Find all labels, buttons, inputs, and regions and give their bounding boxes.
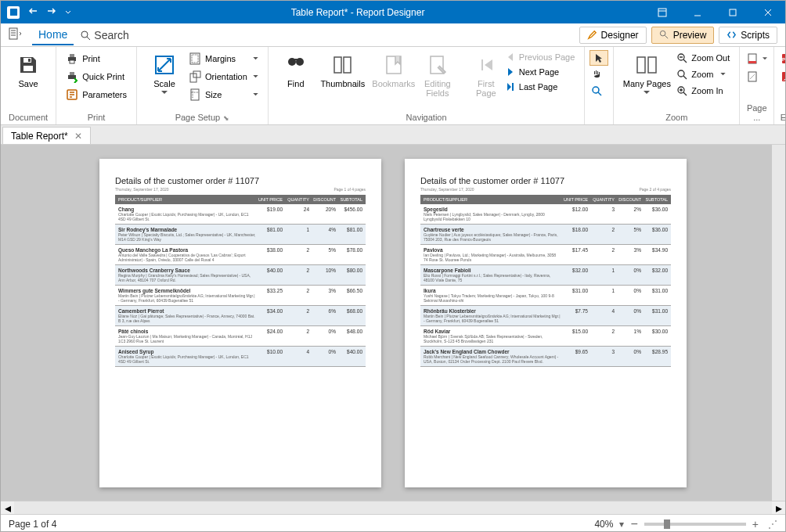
svg-rect-3 — [9, 28, 17, 39]
scroll-right-icon[interactable]: ▸ — [772, 501, 785, 515]
dropdown-icon[interactable] — [65, 7, 71, 18]
table-row: ChangCharlotte Cooper | Exotic Liquids; … — [115, 204, 366, 225]
zoom-out-button[interactable]: Zoom Out — [675, 50, 731, 66]
table-row: IkuraYoshi Nagase | Tokyo Traders; Marke… — [420, 286, 671, 306]
group-zoom: Many Pages Zoom Out Zoom Zoom In Zoom — [614, 47, 740, 124]
report-page-2: Details of the customer order # 11077 Th… — [405, 159, 687, 487]
hand-tool[interactable] — [590, 66, 608, 82]
thumbnails-button[interactable]: Thumbnails — [319, 50, 367, 88]
watermark-button[interactable] — [745, 68, 769, 85]
minimize-button[interactable] — [680, 1, 715, 23]
table-row: Chartreuse verteGuylène Nodier | Aux joy… — [420, 225, 671, 245]
page-color-button[interactable] — [745, 50, 769, 67]
app-menu-button[interactable] — [9, 27, 23, 43]
size-button[interactable]: Size — [187, 86, 260, 103]
table-row: Aniseed SyrupCharlotte Cooper | Exotic L… — [115, 347, 366, 367]
margins-button[interactable]: Margins — [187, 50, 260, 67]
parameters-button[interactable]: Parameters — [64, 86, 128, 103]
pointer-tool[interactable] — [590, 50, 608, 66]
preview-workspace[interactable]: Details of the customer order # 11077 Th… — [1, 145, 785, 501]
view-scripts-button[interactable]: Scripts — [719, 27, 777, 44]
table-row: Northwoods Cranberry SauceRegina Murphy … — [115, 265, 366, 286]
zoom-minus-button[interactable]: − — [630, 517, 637, 531]
ribbon-toggle-icon[interactable] — [644, 1, 680, 23]
view-preview-button[interactable]: Preview — [651, 27, 715, 44]
svg-rect-8 — [28, 59, 31, 62]
orientation-button[interactable]: Orientation — [187, 68, 260, 85]
zoom-plus-button[interactable]: + — [752, 518, 759, 530]
svg-rect-23 — [334, 57, 341, 73]
svg-point-27 — [593, 87, 599, 93]
table-row: Mascarpone FabioliElio Rossi | Formaggi … — [420, 265, 671, 286]
table-row: Camembert PierrotEliane Noz | Gai pâtura… — [115, 306, 366, 326]
svg-point-5 — [660, 31, 665, 36]
magnifier-tool[interactable] — [590, 83, 608, 99]
svg-rect-17 — [192, 55, 198, 63]
titlebar: Table Report* - Report Designer — [1, 1, 785, 23]
report-page-1: Details of the customer order # 11077 Th… — [99, 159, 381, 487]
maximize-button[interactable] — [715, 1, 750, 23]
first-page-button: First Page — [471, 50, 501, 98]
svg-point-4 — [81, 31, 88, 38]
zoom-slider[interactable] — [644, 523, 746, 526]
svg-rect-28 — [637, 57, 645, 73]
svg-rect-1 — [658, 9, 666, 16]
close-button[interactable] — [750, 1, 785, 23]
tab-home[interactable]: Home — [32, 25, 74, 45]
table-row: Queso Manchego La PastoraAntonio del Val… — [115, 245, 366, 265]
many-pages-button[interactable]: Many Pages — [622, 50, 672, 95]
bookmarks-button: Bookmarks — [370, 50, 417, 88]
zoom-percent: 40% — [594, 519, 613, 530]
table-row: SpegesildNiels Petersen | Lyngbysild; Sa… — [420, 204, 671, 225]
page-setup-launcher[interactable]: ⬊ — [223, 114, 229, 122]
group-mouse — [585, 47, 614, 124]
back-icon[interactable] — [27, 5, 38, 19]
svg-rect-2 — [730, 9, 736, 16]
close-tab-icon[interactable]: ✕ — [74, 131, 82, 142]
group-document: Save Document — [1, 47, 56, 124]
group-print: Print Quick Print Parameters Print — [56, 47, 137, 124]
svg-rect-24 — [344, 57, 351, 73]
group-page: Page ... — [740, 47, 774, 124]
print-button[interactable]: Print — [64, 50, 128, 67]
find-button[interactable]: Find — [276, 50, 315, 88]
table-row: PavlovaIan Devling | Pavlova, Ltd.; Mark… — [420, 245, 671, 265]
ribbon-tabs: Home Search Designer Preview Scripts — [1, 23, 785, 47]
table-row: Jack's New England Clam ChowderRobb Merc… — [420, 347, 671, 367]
table-row: Wimmers gute SemmelknödelMartin Bein | P… — [115, 286, 366, 306]
svg-point-31 — [678, 70, 684, 77]
export-pdf-button[interactable]: PDF — [779, 50, 786, 67]
tab-search[interactable]: Search — [74, 26, 135, 45]
page-indicator: Page 1 of 4 — [9, 519, 56, 530]
group-page-setup: Scale Margins Orientation Size Page Setu… — [137, 47, 269, 124]
statusbar: Page 1 of 4 40% ▾ − + ⋰ — [1, 514, 785, 532]
ribbon: Save Document Print Quick Print Paramete… — [1, 47, 785, 125]
last-page-button[interactable]: Last Page — [504, 80, 577, 94]
send-pdf-button[interactable] — [779, 68, 786, 85]
next-page-button[interactable]: Next Page — [504, 65, 577, 79]
svg-rect-34 — [748, 61, 756, 63]
group-navigation: Find Thumbnails Bookmarks Editing Fields… — [269, 47, 586, 124]
window-title: Table Report* - Report Designer — [71, 7, 644, 18]
svg-rect-11 — [70, 60, 74, 63]
save-button[interactable]: Save — [9, 50, 48, 88]
scale-button[interactable]: Scale — [145, 50, 184, 95]
table-row: Sir Rodney's MarmaladePeter Wilson | Spe… — [115, 225, 366, 245]
table-row: Röd KaviarMichael Björn | Svensk Sjöföda… — [420, 326, 671, 347]
svg-rect-29 — [648, 57, 656, 73]
vertical-scrollbar[interactable] — [772, 145, 785, 501]
document-tab[interactable]: Table Report* ✕ — [2, 127, 91, 144]
view-designer-button[interactable]: Designer — [579, 27, 647, 44]
resize-grip-icon[interactable]: ⋰ — [768, 519, 777, 530]
scroll-left-icon[interactable]: ◂ — [1, 501, 14, 515]
forward-icon[interactable] — [46, 5, 57, 19]
table-row: Rhönbräu KlosterbierMartin Bein | Plutze… — [420, 306, 671, 326]
horizontal-scrollbar[interactable]: ◂ ▸ — [1, 501, 785, 514]
previous-page-button: Previous Page — [504, 50, 577, 64]
svg-rect-0 — [9, 9, 16, 16]
zoom-dropdown-icon[interactable]: ▾ — [619, 519, 624, 530]
zoom-button[interactable]: Zoom — [675, 66, 731, 82]
editing-fields-button: Editing Fields — [420, 50, 455, 98]
quick-print-button[interactable]: Quick Print — [64, 68, 128, 85]
zoom-in-button[interactable]: Zoom In — [675, 83, 731, 99]
